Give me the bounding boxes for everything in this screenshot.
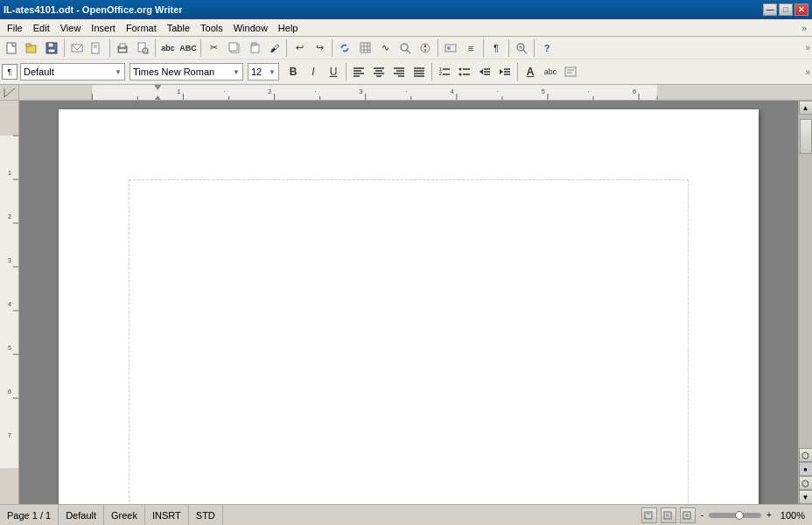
toolbar1-expand[interactable]: »: [805, 43, 810, 52]
indent-increase-button[interactable]: [495, 62, 514, 81]
bullet-list-button[interactable]: [455, 62, 474, 81]
italic-button[interactable]: I: [304, 62, 323, 81]
svg-rect-11: [119, 49, 126, 52]
align-center-button[interactable]: [369, 62, 388, 81]
autocorrect-button[interactable]: ABC: [178, 38, 198, 58]
open-button[interactable]: [22, 38, 41, 58]
document-page[interactable]: [59, 109, 759, 504]
document-content-area[interactable]: [129, 179, 689, 504]
menu-file[interactable]: File: [2, 19, 28, 36]
ruler-content: for ticks · 1 · 2 · 3 · 4 ·: [19, 85, 812, 101]
minimize-button[interactable]: —: [763, 4, 777, 16]
align-justify-button[interactable]: [410, 62, 429, 81]
scroll-down-button[interactable]: ▼: [799, 490, 813, 504]
maximize-button[interactable]: □: [779, 4, 793, 16]
language: Greek: [104, 505, 145, 525]
zoom-slider[interactable]: [709, 513, 761, 518]
svg-line-26: [407, 50, 410, 53]
align-left-button[interactable]: [349, 62, 368, 81]
separator: [517, 63, 518, 80]
nonprinting-chars-button[interactable]: ¶: [486, 38, 506, 58]
help-button[interactable]: ?: [537, 38, 556, 58]
menu-tools[interactable]: Tools: [195, 19, 228, 36]
char-format-button[interactable]: [561, 62, 580, 81]
font-color-button[interactable]: A: [521, 62, 540, 81]
svg-rect-0: [7, 43, 16, 53]
indent-decrease-button[interactable]: [475, 62, 494, 81]
title-bar: IL-ates4101.odt - OpenOffice.org Writer …: [0, 0, 812, 19]
menu-view[interactable]: View: [55, 19, 87, 36]
toolbar2-expand[interactable]: »: [805, 67, 810, 77]
align-right-button[interactable]: [389, 62, 409, 81]
menu-window[interactable]: Window: [228, 19, 273, 36]
svg-text:·: ·: [90, 88, 92, 96]
svg-text:2: 2: [8, 214, 11, 220]
save-button[interactable]: [42, 38, 61, 58]
size-selector[interactable]: 12 ▼: [248, 63, 279, 80]
find-button[interactable]: [396, 38, 415, 58]
email-button[interactable]: [67, 38, 87, 58]
scroll-page-indicator[interactable]: ●: [799, 462, 813, 476]
svg-text:·: ·: [497, 88, 499, 95]
toolbar-expand[interactable]: »: [802, 23, 810, 33]
print-preview-button[interactable]: [133, 38, 152, 58]
zoom-decrease-button[interactable]: -: [699, 510, 705, 520]
menu-format[interactable]: Format: [121, 19, 162, 36]
status-icon-2[interactable]: [661, 508, 676, 523]
print-button[interactable]: [113, 38, 132, 58]
paste-button[interactable]: [244, 38, 263, 58]
table-button[interactable]: [355, 38, 374, 58]
menu-table[interactable]: Table: [162, 19, 195, 36]
svg-point-58: [459, 74, 462, 76]
redo-button[interactable]: ↪: [310, 38, 329, 58]
gallery-button[interactable]: [441, 38, 460, 58]
draw-toolbar-button[interactable]: ∿: [375, 38, 395, 58]
hyperlink-button[interactable]: [335, 38, 354, 58]
scroll-prev-page-button[interactable]: ⬡: [799, 448, 813, 462]
scroll-up-button[interactable]: ▲: [799, 101, 813, 115]
menu-insert[interactable]: Insert: [86, 19, 121, 36]
zoom-slider-thumb[interactable]: [735, 511, 744, 520]
underline-button[interactable]: U: [324, 62, 343, 81]
numbered-list-button[interactable]: 1.2.: [435, 62, 454, 81]
svg-point-31: [447, 46, 451, 50]
zoom-increase-button[interactable]: +: [765, 510, 774, 520]
highlighting-button[interactable]: abc: [541, 62, 560, 81]
scroll-extras: ⬡ ● ⬡: [799, 448, 813, 490]
datasources-button[interactable]: ≡: [461, 38, 480, 58]
separator: [483, 39, 484, 57]
new-button[interactable]: [2, 38, 21, 58]
copy-button[interactable]: [224, 38, 243, 58]
spellcheck-button[interactable]: abc: [158, 38, 178, 58]
selection-mode: STD: [189, 505, 223, 525]
status-icon-1[interactable]: [641, 508, 657, 523]
toolbar-area: abc ABC ✂ 🖌 ↩ ↪ ∿ ≡ ¶: [0, 37, 812, 85]
navigator-button[interactable]: [416, 38, 435, 58]
menu-edit[interactable]: Edit: [28, 19, 55, 36]
separator: [508, 39, 509, 57]
close-button[interactable]: ✕: [794, 4, 808, 16]
standard-toolbar: abc ABC ✂ 🖌 ↩ ↪ ∿ ≡ ¶: [0, 37, 812, 60]
bold-button[interactable]: B: [284, 62, 303, 81]
main-area: 1 2 3 4 5 6 7 ▲ ⬡ ● ⬡ ▼: [0, 101, 812, 504]
cut-button[interactable]: ✂: [204, 38, 223, 58]
edit-file-button[interactable]: [88, 38, 107, 58]
svg-rect-122: [666, 514, 669, 517]
svg-rect-20: [360, 43, 370, 52]
separator: [155, 39, 156, 57]
style-label: Default: [24, 66, 54, 77]
status-icon-3[interactable]: [680, 508, 696, 523]
font-selector[interactable]: Times New Roman ▼: [130, 63, 243, 80]
format-paint-button[interactable]: 🖌: [264, 38, 284, 58]
style-selector[interactable]: Default ▼: [20, 63, 125, 80]
zoom-button[interactable]: [512, 38, 531, 58]
menu-help[interactable]: Help: [273, 19, 304, 36]
undo-button[interactable]: ↩: [290, 38, 309, 58]
scroll-thumb[interactable]: [800, 119, 812, 154]
svg-marker-60: [480, 69, 483, 74]
svg-text:·: ·: [588, 88, 590, 95]
svg-line-71: [4, 88, 15, 97]
scroll-next-page-button[interactable]: ⬡: [799, 476, 813, 490]
scroll-track[interactable]: [799, 115, 813, 448]
svg-rect-13: [138, 43, 145, 52]
